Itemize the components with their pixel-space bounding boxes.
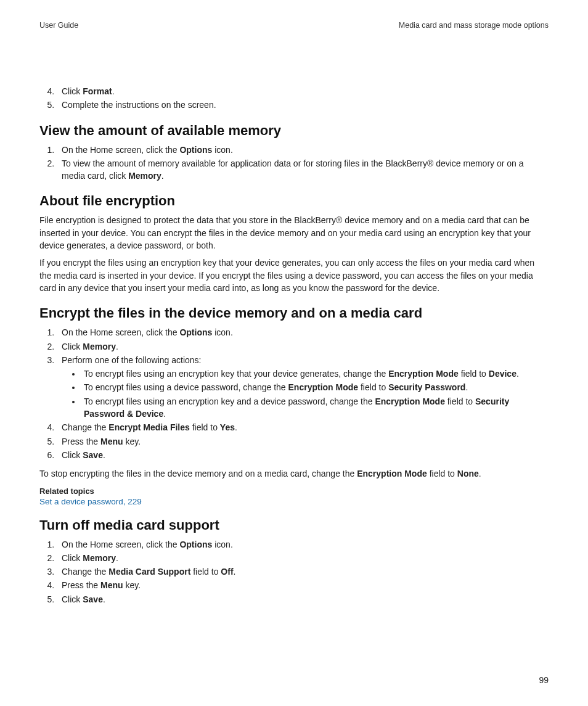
list-item: On the Home screen, click the Options ic… [57, 144, 549, 156]
intro-list: Click Format. Complete the instructions … [39, 85, 549, 112]
bold-text: Save [83, 594, 103, 604]
text: icon. [212, 540, 232, 549]
related-topics-heading: Related topics [39, 486, 549, 496]
bold-text: Device [489, 369, 517, 379]
text: field to [459, 369, 489, 379]
text: To stop encrypting the files in the devi… [39, 469, 357, 478]
section-heading: About file encryption [39, 193, 549, 209]
list-item: Click Save. [57, 593, 549, 605]
bold-text: Format [83, 86, 112, 96]
list-item: Click Memory. [57, 340, 549, 353]
page-number: 99 [539, 675, 549, 685]
text: field to [358, 382, 388, 392]
bold-text: None [457, 469, 479, 478]
list-item: Click Save. [57, 449, 549, 461]
text: On the Home screen, click the [62, 540, 179, 549]
list-item: Perform one of the following actions: To… [57, 354, 549, 420]
bold-text: Options [179, 145, 212, 155]
s3-list: On the Home screen, click the Options ic… [39, 326, 549, 461]
text: . [234, 567, 236, 577]
text: Perform one of the following actions: [62, 355, 201, 365]
list-item: Click Memory. [57, 552, 549, 564]
bold-text: Off [221, 567, 233, 577]
list-item: Change the Media Card Support field to O… [57, 565, 549, 578]
page-header: User Guide Media card and mass storage m… [39, 21, 549, 30]
text: To encrypt files using an encryption key… [84, 396, 375, 406]
bold-text: Save [83, 450, 103, 460]
bold-text: Memory [83, 342, 116, 351]
bold-text: Encryption Mode [388, 369, 459, 379]
text: key. [123, 580, 141, 590]
text: field to [427, 469, 457, 478]
bullet-item: To encrypt files using an encryption key… [81, 395, 549, 421]
bold-text: Options [179, 327, 212, 337]
s1-list: On the Home screen, click the Options ic… [39, 144, 549, 183]
text: . [235, 422, 237, 432]
section-heading: Encrypt the files in the device memory a… [39, 305, 549, 321]
paragraph: File encryption is designed to protect t… [39, 214, 549, 252]
text: . [116, 342, 118, 351]
bold-text: Encryption Mode [375, 396, 445, 406]
bold-text: Encrypt Media Files [108, 422, 189, 432]
bold-text: Memory [128, 171, 161, 181]
bold-text: Encryption Mode [288, 382, 359, 392]
bold-text: Menu [100, 437, 123, 446]
text: Click [62, 86, 83, 96]
list-item: Change the Encrypt Media Files field to … [57, 421, 549, 433]
paragraph: To stop encrypting the files in the devi… [39, 467, 549, 480]
text: key. [123, 437, 141, 446]
bullet-item: To encrypt files using a device password… [81, 381, 549, 393]
text: Complete the instructions on the screen. [62, 100, 216, 110]
section-heading: View the amount of available memory [39, 123, 549, 139]
text: Click [62, 450, 83, 460]
text: . [116, 553, 118, 563]
text: . [479, 469, 481, 478]
page: User Guide Media card and mass storage m… [0, 0, 588, 706]
header-left: User Guide [39, 21, 78, 30]
text: . [103, 450, 105, 460]
list-item: Complete the instructions on the screen. [57, 99, 549, 111]
text: Change the [62, 422, 108, 432]
text: icon. [212, 327, 232, 337]
bold-text: Encryption Mode [357, 469, 427, 478]
text: To encrypt files using a device password… [84, 382, 288, 392]
list-item: Click Format. [57, 85, 549, 97]
text: Click [62, 553, 83, 563]
text: . [163, 409, 166, 419]
bold-text: Yes [220, 422, 235, 432]
text: Click [62, 342, 83, 351]
list-item: To view the amount of memory available f… [57, 157, 549, 183]
list-item: On the Home screen, click the Options ic… [57, 538, 549, 551]
text: Click [62, 594, 83, 604]
list-item: Press the Menu key. [57, 579, 549, 591]
list-item: Press the Menu key. [57, 435, 549, 448]
bold-text: Memory [83, 553, 116, 563]
text: field to [445, 396, 475, 406]
related-topic-link[interactable]: Set a device password, 229 [39, 497, 549, 506]
s4-list: On the Home screen, click the Options ic… [39, 538, 549, 605]
text: To encrypt files using an encryption key… [84, 369, 388, 379]
bullet-list: To encrypt files using an encryption key… [62, 367, 549, 420]
text: On the Home screen, click the [62, 327, 179, 337]
bold-text: Media Card Support [108, 567, 190, 577]
section-heading: Turn off media card support [39, 517, 549, 533]
text: Change the [62, 567, 108, 577]
text: Press the [62, 580, 100, 590]
bold-text: Options [179, 540, 212, 549]
text: . [112, 86, 115, 96]
list-item: On the Home screen, click the Options ic… [57, 326, 549, 339]
paragraph: If you encrypt the files using an encryp… [39, 257, 549, 294]
text: Press the [62, 437, 100, 446]
text: On the Home screen, click the [62, 145, 179, 155]
text: . [465, 382, 468, 392]
bullet-item: To encrypt files using an encryption key… [81, 367, 549, 380]
text: . [103, 594, 105, 604]
bold-text: Security Password [388, 382, 465, 392]
text: field to [190, 422, 220, 432]
header-right: Media card and mass storage mode options [399, 21, 549, 30]
bold-text: Menu [100, 580, 123, 590]
text: icon. [212, 145, 232, 155]
text: . [517, 369, 519, 379]
text: . [161, 171, 164, 181]
text: field to [190, 567, 221, 577]
